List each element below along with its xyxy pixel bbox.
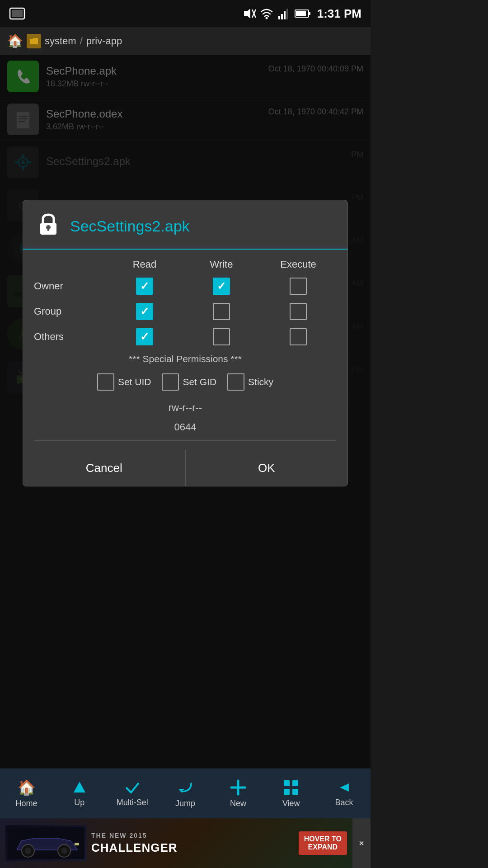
- ad-banner[interactable]: THE NEW 2015 CHALLENGER HOVER TOEXPAND ×: [0, 818, 371, 868]
- others-write-checkbox[interactable]: [213, 328, 230, 345]
- others-write-cell[interactable]: [183, 328, 260, 345]
- mute-icon: [240, 6, 256, 21]
- special-perms-title: *** Special Permissions ***: [34, 354, 337, 364]
- svg-marker-53: [340, 783, 349, 792]
- nav-jump[interactable]: Jump: [165, 779, 206, 808]
- nav-new[interactable]: New: [218, 779, 258, 808]
- modal-title: SecSettings2.apk: [70, 217, 190, 235]
- svg-rect-8: [284, 11, 286, 19]
- others-read-cell[interactable]: [106, 328, 183, 345]
- back-nav-icon: [336, 780, 352, 795]
- owner-row: Owner: [34, 278, 337, 295]
- nav-view-label: View: [282, 799, 300, 808]
- breadcrumb-system[interactable]: system: [45, 35, 76, 47]
- owner-read-cell[interactable]: [106, 278, 183, 295]
- ad-model: CHALLENGER: [91, 841, 178, 855]
- set-gid-checkbox[interactable]: [162, 373, 179, 391]
- modal-header: SecSettings2.apk: [23, 200, 347, 250]
- permissions-modal: SecSettings2.apk Read Write Execute Owne…: [23, 200, 348, 486]
- header-read: Read: [106, 259, 183, 270]
- sticky-checkbox[interactable]: [227, 373, 244, 391]
- group-read-cell[interactable]: [106, 303, 183, 320]
- others-execute-cell[interactable]: [260, 328, 337, 345]
- signal-icon: [277, 7, 291, 20]
- ad-cta-button[interactable]: HOVER TOEXPAND: [299, 831, 347, 855]
- svg-point-56: [25, 848, 31, 854]
- others-execute-checkbox[interactable]: [290, 328, 307, 345]
- ad-content[interactable]: THE NEW 2015 CHALLENGER HOVER TOEXPAND: [0, 818, 352, 868]
- status-time: 1:31 PM: [317, 7, 361, 21]
- perm-octal: 0644: [34, 419, 337, 435]
- svg-rect-7: [281, 14, 283, 19]
- ad-close-button[interactable]: ×: [352, 818, 371, 868]
- nav-back-label: Back: [335, 798, 353, 807]
- svg-rect-49: [284, 780, 290, 786]
- cancel-button[interactable]: Cancel: [23, 450, 186, 486]
- group-execute-checkbox[interactable]: [290, 303, 307, 320]
- modal-divider: [34, 440, 337, 441]
- svg-marker-2: [244, 9, 250, 19]
- view-nav-icon: [282, 779, 300, 796]
- nav-multisel[interactable]: Multi-Sel: [112, 780, 153, 807]
- others-read-checkbox[interactable]: [136, 328, 153, 345]
- group-read-checkbox[interactable]: [136, 303, 153, 320]
- home-icon[interactable]: 🏠: [7, 33, 23, 48]
- breadcrumb-privapp[interactable]: priv-app: [86, 35, 122, 47]
- nav-home-label: Home: [16, 799, 38, 808]
- svg-rect-44: [47, 227, 49, 231]
- svg-rect-11: [309, 12, 310, 15]
- nav-new-label: New: [230, 799, 246, 808]
- status-bar: 1:31 PM: [0, 0, 371, 27]
- group-execute-cell[interactable]: [260, 303, 337, 320]
- others-row: Others: [34, 328, 337, 345]
- svg-rect-52: [292, 789, 298, 795]
- svg-rect-9: [286, 9, 288, 19]
- ok-button[interactable]: OK: [186, 450, 348, 486]
- nav-jump-label: Jump: [175, 799, 195, 808]
- ad-brand: THE NEW 2015: [91, 832, 178, 839]
- svg-rect-59: [75, 843, 79, 845]
- status-icons: [240, 6, 312, 21]
- set-uid-checkbox[interactable]: [97, 373, 114, 391]
- group-row: Group: [34, 303, 337, 320]
- nav-back[interactable]: Back: [324, 780, 364, 807]
- modal-overlay: SecSettings2.apk Read Write Execute Owne…: [0, 55, 371, 797]
- special-perms-row: Set UID Set GID Sticky: [34, 373, 337, 391]
- perm-string: rw-r--r--: [34, 400, 337, 415]
- sticky-item[interactable]: Sticky: [227, 373, 273, 391]
- nav-view[interactable]: View: [271, 779, 311, 808]
- header-execute: Execute: [260, 259, 337, 270]
- home-nav-icon: 🏠: [18, 779, 36, 796]
- multisel-nav-icon: [125, 780, 140, 795]
- modal-buttons: Cancel OK: [23, 450, 347, 486]
- owner-read-checkbox[interactable]: [136, 278, 153, 295]
- set-gid-item[interactable]: Set GID: [162, 373, 216, 391]
- up-nav-icon: [72, 780, 87, 795]
- others-label: Others: [34, 331, 106, 343]
- group-write-checkbox[interactable]: [213, 303, 230, 320]
- owner-label: Owner: [34, 280, 106, 292]
- svg-marker-45: [74, 782, 85, 793]
- breadcrumb-separator: /: [80, 35, 83, 47]
- file-list: SecPhone.apk 18.32MB rw-r--r-- Oct 18, 1…: [0, 55, 371, 797]
- header-write: Write: [183, 259, 260, 270]
- owner-write-checkbox[interactable]: [213, 278, 230, 295]
- bottom-nav: 🏠 Home Up Multi-Sel Jump New: [0, 769, 371, 818]
- svg-rect-1: [12, 10, 23, 17]
- screenshot-icon: [9, 5, 25, 22]
- lock-icon: [36, 211, 61, 241]
- set-uid-label: Set UID: [118, 377, 151, 387]
- group-label: Group: [34, 306, 106, 317]
- battery-icon: [295, 9, 312, 19]
- jump-nav-icon: [177, 779, 194, 796]
- set-uid-item[interactable]: Set UID: [97, 373, 151, 391]
- sticky-label: Sticky: [248, 377, 273, 387]
- permissions-header: Read Write Execute: [34, 259, 337, 270]
- group-write-cell[interactable]: [183, 303, 260, 320]
- ad-car-image: [5, 825, 87, 861]
- owner-execute-cell[interactable]: [260, 278, 337, 295]
- nav-home[interactable]: 🏠 Home: [6, 779, 47, 808]
- nav-up[interactable]: Up: [59, 780, 100, 807]
- owner-execute-checkbox[interactable]: [290, 278, 307, 295]
- owner-write-cell[interactable]: [183, 278, 260, 295]
